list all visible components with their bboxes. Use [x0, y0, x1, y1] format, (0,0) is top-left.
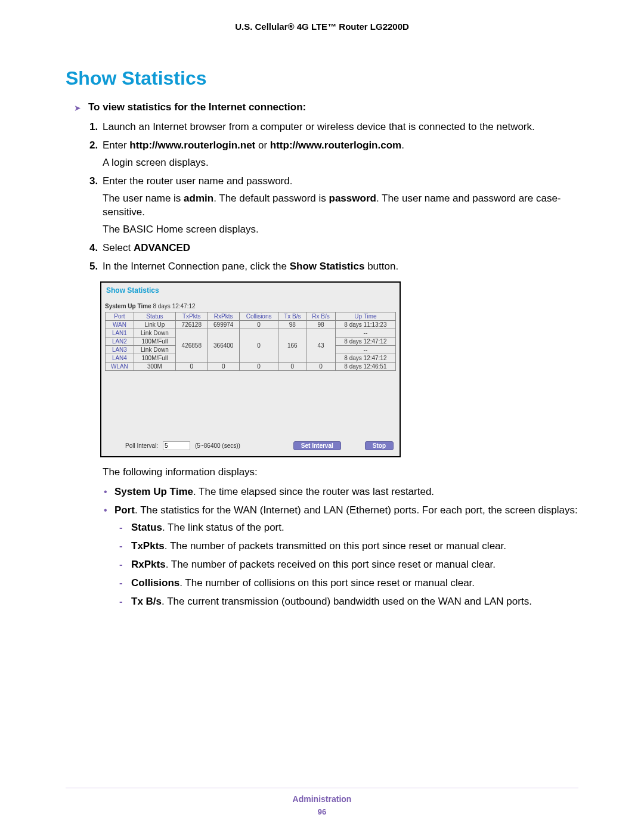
- th-txpkts: TxPkts: [176, 312, 208, 321]
- step-text-pre: In the Internet Connection pane, click t…: [103, 261, 290, 272]
- steps-list: 1. Launch an Internet browser from a com…: [89, 120, 578, 273]
- statistics-panel: Show Statistics System Up Time 8 days 12…: [100, 281, 401, 457]
- term: TxPkts: [131, 540, 165, 552]
- term: RxPkts: [131, 559, 166, 570]
- sub-txpkts: TxPkts. The number of packets transmitte…: [114, 540, 578, 553]
- cell-txbs-merged: 166: [278, 329, 306, 363]
- sub-collisions: Collisions. The number of collisions on …: [114, 577, 578, 590]
- bullet-port: Port. The statistics for the WAN (Intern…: [103, 504, 578, 609]
- cell-port: LAN2: [106, 337, 134, 346]
- step-3-p3: The BASIC Home screen displays.: [103, 223, 578, 237]
- cell-up: 8 days 11:13:23: [335, 321, 395, 329]
- step-text-post: .: [401, 140, 404, 151]
- step-1: 1. Launch an Internet browser from a com…: [89, 120, 578, 134]
- th-status: Status: [134, 312, 175, 321]
- cell-port: WAN: [106, 321, 134, 329]
- doc-header: U.S. Cellular® 4G LTE™ Router LG2200D: [66, 21, 578, 32]
- step-num: 4.: [89, 241, 98, 255]
- cell-tx-merged: 426858: [176, 329, 208, 363]
- stop-button[interactable]: Stop: [365, 441, 394, 450]
- section-title: Show Statistics: [66, 67, 578, 89]
- step-text-mid: or: [255, 140, 270, 151]
- poll-hint: (5~86400 (secs)): [195, 442, 240, 449]
- cell-tx: 726128: [176, 321, 208, 329]
- cell-rx: 699974: [208, 321, 239, 329]
- cell-status: 100M/Full: [134, 354, 175, 363]
- term: Port: [114, 504, 135, 516]
- cell-txbs: 98: [278, 321, 306, 329]
- step-text: Enter the router user name and password.: [103, 175, 292, 187]
- cell-status: Link Up: [134, 321, 175, 329]
- term: Collisions: [131, 577, 179, 589]
- table-header-row: Port Status TxPkts RxPkts Collisions Tx …: [106, 312, 396, 321]
- bullet-list: System Up Time. The time elapsed since t…: [103, 485, 578, 609]
- sub-rxpkts: RxPkts. The number of packets received o…: [114, 558, 578, 572]
- desc: . The link status of the port.: [162, 522, 284, 533]
- step-num: 3.: [89, 175, 98, 188]
- th-txbs: Tx B/s: [278, 312, 306, 321]
- th-rxbs: Rx B/s: [306, 312, 335, 321]
- th-collisions: Collisions: [239, 312, 278, 321]
- th-rxpkts: RxPkts: [208, 312, 239, 321]
- sub-list: Status. The link status of the port. TxP…: [114, 521, 578, 609]
- step-num: 5.: [89, 260, 98, 274]
- cell-status: 100M/Full: [134, 337, 175, 346]
- statistics-figure: Show Statistics System Up Time 8 days 12…: [100, 281, 578, 457]
- poll-label: Poll Interval:: [125, 442, 158, 449]
- cell-port: WLAN: [106, 363, 134, 371]
- table-row: WAN Link Up 726128 699974 0 98 98 8 days…: [106, 321, 396, 329]
- cell-rxbs: 98: [306, 321, 335, 329]
- stats-table: Port Status TxPkts RxPkts Collisions Tx …: [105, 312, 396, 371]
- after-figure-text: The following information displays:: [103, 466, 578, 479]
- step-text-pre: Enter: [103, 140, 129, 151]
- term: Status: [131, 522, 162, 533]
- cell-txbs: 0: [278, 363, 306, 371]
- step-2: 2. Enter http://www.routerlogin.net or h…: [89, 139, 578, 170]
- desc: . The number of collisions on this port …: [179, 577, 475, 589]
- uptime-row: System Up Time 8 days 12:47:12: [101, 301, 400, 311]
- desc: . The time elapsed since the router was …: [193, 486, 434, 497]
- cell-port: LAN1: [106, 329, 134, 337]
- step-text-post: button.: [364, 261, 398, 272]
- cell-rxbs: 0: [306, 363, 335, 371]
- arrow-icon: ➤: [74, 101, 81, 114]
- footer-page-number: 96: [66, 807, 578, 816]
- cell-status: Link Down: [134, 346, 175, 354]
- th-port: Port: [106, 312, 134, 321]
- desc: . The current transmission (outbound) ba…: [162, 596, 532, 607]
- desc: . The number of packets transmitted on t…: [165, 540, 506, 552]
- step-2-p2: A login screen displays.: [103, 156, 578, 170]
- step-3-p2: The user name is admin. The default pass…: [103, 192, 578, 219]
- table-row: WLAN 300M 0 0 0 0 0 8 days 12:46:51: [106, 363, 396, 371]
- step-num: 1.: [89, 120, 98, 134]
- password-term: password: [329, 193, 376, 204]
- step-url-2: http://www.routerlogin.com: [270, 140, 401, 151]
- set-interval-button[interactable]: Set Interval: [293, 441, 341, 450]
- th-uptime: Up Time: [335, 312, 395, 321]
- step-url-1: http://www.routerlogin.net: [129, 140, 255, 151]
- poll-interval-input[interactable]: [163, 441, 190, 450]
- frag: . The default password is: [213, 193, 329, 204]
- cell-up: --: [335, 329, 395, 337]
- step-3: 3. Enter the router user name and passwo…: [89, 175, 578, 237]
- show-stats-term: Show Statistics: [290, 261, 365, 272]
- cell-status: Link Down: [134, 329, 175, 337]
- step-text: Launch an Internet browser from a comput…: [103, 121, 535, 132]
- cell-rx: 0: [208, 363, 239, 371]
- cell-col: 0: [239, 321, 278, 329]
- cell-rxbs-merged: 43: [306, 329, 335, 363]
- sub-txbs: Tx B/s. The current transmission (outbou…: [114, 595, 578, 609]
- cell-up: 8 days 12:46:51: [335, 363, 395, 371]
- term: Tx B/s: [131, 596, 162, 607]
- panel-spacer: [101, 371, 400, 438]
- step-text-pre: Select: [103, 242, 134, 253]
- lead-text: To view statistics for the Internet conn…: [88, 101, 306, 113]
- cell-port: LAN3: [106, 346, 134, 354]
- advanced-term: ADVANCED: [134, 242, 190, 253]
- sub-status: Status. The link status of the port.: [114, 521, 578, 535]
- uptime-label: System Up Time: [105, 303, 151, 309]
- admin-term: admin: [184, 193, 213, 204]
- page: U.S. Cellular® 4G LTE™ Router LG2200D Sh…: [0, 0, 644, 833]
- cell-rx-merged: 366400: [208, 329, 239, 363]
- poll-row: Poll Interval: (5~86400 (secs)) Set Inte…: [101, 438, 400, 456]
